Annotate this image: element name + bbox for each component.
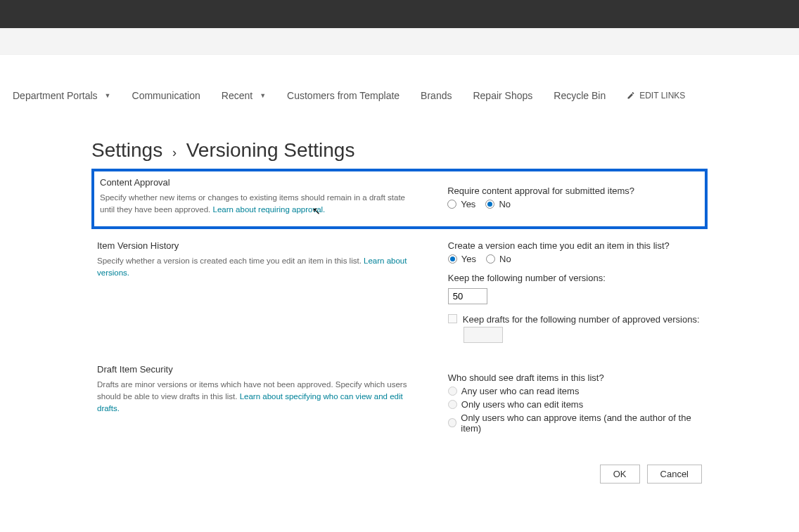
edit-links-label: EDIT LINKS	[639, 91, 685, 100]
radio-label: Only users who can approve items (and th…	[461, 413, 702, 434]
breadcrumb-page: Versioning Settings	[186, 139, 355, 161]
nav-label: Repair Shops	[473, 90, 532, 101]
section-description: Specify whether a version is created eac…	[97, 255, 420, 280]
radio-label: Any user who can read items	[461, 386, 580, 396]
ok-button[interactable]: OK	[600, 465, 640, 484]
edit-links-button[interactable]: EDIT LINKS	[627, 91, 685, 100]
nav-department-portals[interactable]: Department Portals ▼	[13, 90, 111, 101]
section-content-approval: Content Approval Specify whether new ite…	[91, 169, 708, 229]
nav-communication[interactable]: Communication	[132, 90, 200, 101]
chevron-down-icon: ▼	[105, 92, 111, 99]
section-description: Specify whether new items or changes to …	[100, 192, 419, 216]
learn-approval-link[interactable]: Learn about requiring approval.	[212, 205, 325, 214]
draft-approvers-radio[interactable]	[448, 418, 456, 427]
radio-label: Yes	[461, 199, 475, 209]
top-nav: Department Portals ▼ Communication Recen…	[0, 69, 799, 122]
nav-label: Recent	[222, 90, 253, 101]
radio-label: No	[499, 199, 511, 209]
chevron-down-icon: ▼	[260, 92, 266, 99]
nav-label: Recycle Bin	[554, 90, 606, 101]
section-draft-security: Draft Item Security Drafts are minor ver…	[91, 358, 708, 443]
section-heading: Content Approval	[100, 177, 419, 188]
section-description: Drafts are minor versions or items which…	[97, 379, 420, 415]
approval-no-radio[interactable]	[485, 200, 494, 209]
draft-visibility-label: Who should see draft items in this list?	[448, 372, 702, 383]
keep-drafts-checkbox[interactable]	[448, 314, 457, 323]
nav-label: Communication	[132, 90, 200, 101]
ribbon-bar	[0, 28, 799, 55]
nav-label: Brands	[421, 90, 452, 101]
nav-customers-template[interactable]: Customers from Template	[287, 90, 400, 101]
nav-label: Customers from Template	[287, 90, 400, 101]
create-version-label: Create a version each time you edit an i…	[448, 240, 702, 251]
suite-bar	[0, 0, 799, 28]
pencil-icon	[627, 91, 635, 100]
breadcrumb-separator: ›	[172, 145, 177, 160]
nav-brands[interactable]: Brands	[421, 90, 452, 101]
version-yes-radio[interactable]	[448, 254, 457, 264]
page-title: Settings › Versioning Settings	[91, 139, 708, 162]
radio-label: No	[499, 254, 511, 264]
nav-recent[interactable]: Recent ▼	[222, 90, 266, 101]
section-heading: Item Version History	[97, 240, 420, 251]
keep-drafts-label: Keep drafts for the following number of …	[463, 314, 700, 325]
nav-repair-shops[interactable]: Repair Shops	[473, 90, 532, 101]
keep-versions-input[interactable]	[448, 288, 487, 304]
version-no-radio[interactable]	[486, 254, 495, 264]
require-approval-label: Require content approval for submitted i…	[447, 186, 699, 196]
breadcrumb-root-link[interactable]: Settings	[91, 139, 162, 161]
nav-label: Department Portals	[13, 90, 98, 101]
radio-label: Yes	[461, 254, 476, 264]
section-heading: Draft Item Security	[97, 364, 420, 375]
radio-label: Only users who can edit items	[461, 399, 583, 410]
cancel-button[interactable]: Cancel	[647, 465, 702, 484]
nav-recycle-bin[interactable]: Recycle Bin	[554, 90, 606, 101]
draft-any-reader-radio[interactable]	[448, 387, 457, 396]
section-version-history: Item Version History Specify whether a v…	[91, 235, 708, 353]
keep-versions-label: Keep the following number of versions:	[448, 273, 702, 283]
keep-drafts-input[interactable]	[464, 327, 503, 343]
draft-editors-radio[interactable]	[448, 400, 457, 409]
approval-yes-radio[interactable]	[447, 200, 456, 209]
